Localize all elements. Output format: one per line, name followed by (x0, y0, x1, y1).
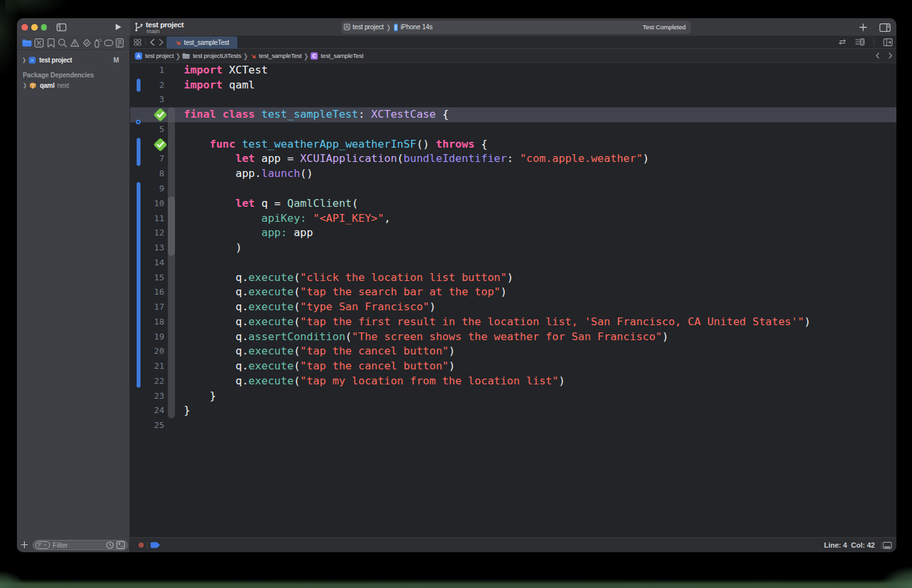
disclosure-chevron-icon[interactable]: ❯ (23, 82, 27, 88)
code-line-text: q.execute("tap my location from the loca… (184, 374, 565, 389)
jump-back-icon[interactable] (876, 53, 879, 59)
code-line-5[interactable]: 5 (130, 122, 896, 137)
line-number: 13 (130, 241, 165, 256)
breadcrumb-group[interactable]: test projectUITests (182, 52, 241, 59)
source-editor[interactable]: 1import XCTest2import qaml3final class t… (130, 63, 896, 537)
bookmarks-navigator-icon[interactable] (47, 38, 55, 47)
code-line-25[interactable]: 25 (130, 418, 896, 433)
disclosure-chevron-icon[interactable]: ❯ (22, 57, 26, 63)
close-button[interactable] (21, 24, 28, 31)
code-line-3[interactable]: 3 (130, 92, 896, 107)
go-forward-icon[interactable] (159, 38, 164, 46)
tab-bar: test_sampleTest (130, 36, 896, 49)
branch-icon (135, 21, 143, 33)
code-line-16[interactable]: 16 q.execute("tap the search bar at the … (130, 285, 896, 300)
project-navigator-icon[interactable] (22, 39, 32, 47)
code-line-20[interactable]: 20 q.execute("tap the cancel button") (130, 344, 896, 359)
add-editor-icon[interactable] (883, 38, 892, 46)
filter-input[interactable]: Filter (33, 540, 128, 550)
activity-view[interactable]: test project ❯ iPhone 14s Test Completed (342, 21, 691, 34)
code-line-24[interactable]: 24} (130, 403, 896, 418)
code-line-12[interactable]: 12 app: app (130, 226, 896, 241)
sidebar-item-project[interactable]: ❯ test project M (17, 55, 129, 66)
filter-menu-icon[interactable] (35, 541, 50, 549)
activity-status-text: Test Completed (643, 23, 691, 31)
toggle-sidebar-icon[interactable] (57, 23, 66, 31)
go-back-icon[interactable] (150, 38, 155, 46)
breadcrumb-file[interactable]: test_sampleTest (250, 52, 302, 59)
code-line-11[interactable]: 11 apiKey: "<API_KEY>", (130, 211, 896, 226)
breadcrumb-label: test_sampleTest (259, 52, 302, 59)
code-line-19[interactable]: 19 q.assertCondition("The screen shows t… (130, 330, 896, 345)
code-line-17[interactable]: 17 q.execute("type San Francisco") (130, 300, 896, 315)
code-line-21[interactable]: 21 q.execute("tap the cancel button") (130, 359, 896, 374)
line-number: 19 (130, 330, 165, 345)
code-line-text: import XCTest (184, 63, 268, 78)
code-line-1[interactable]: 1import XCTest (130, 63, 896, 78)
code-line-15[interactable]: 15 q.execute("click the location list bu… (130, 271, 896, 286)
code-line-23[interactable]: 23 } (130, 389, 896, 404)
source-change-bar[interactable] (137, 138, 141, 166)
code-line-13[interactable]: 13 ) (130, 241, 896, 256)
test-passed-badge[interactable] (154, 108, 167, 122)
code-line-4[interactable]: final class test_sampleTest: XCTestCase … (130, 107, 896, 122)
issues-navigator-icon[interactable] (70, 38, 79, 47)
recent-files-clock-icon[interactable] (106, 541, 114, 549)
chevron-right-icon: ❯ (176, 52, 180, 60)
debug-navigator-icon[interactable] (93, 38, 103, 47)
zoom-button[interactable] (41, 24, 47, 31)
code-line-2[interactable]: 2import qaml (130, 78, 896, 93)
app-project-icon (343, 23, 351, 31)
code-line-14[interactable]: 14 (130, 256, 896, 271)
source-change-bar[interactable] (137, 182, 141, 388)
run-button[interactable] (115, 23, 122, 31)
code-line-22[interactable]: 22 q.execute("tap my location from the l… (130, 374, 896, 389)
breakpoints-navigator-icon[interactable] (104, 40, 113, 46)
code-line-10[interactable]: 10 let q = QamlClient( (130, 196, 896, 211)
jump-forward-icon[interactable] (889, 53, 892, 59)
source-change-dot[interactable] (136, 120, 141, 124)
tab-test-sampletest[interactable]: test_sampleTest (167, 36, 237, 49)
tab-overview-icon[interactable] (134, 38, 141, 46)
minimap-toggle-icon[interactable] (883, 542, 892, 549)
iphone-icon (394, 23, 398, 32)
sidebar-filter-bar: Filter (17, 537, 129, 552)
statusbar-separator (881, 542, 881, 549)
test-passed-badge[interactable] (154, 138, 167, 152)
scm-status-badge: M (113, 56, 119, 64)
tests-navigator-icon[interactable] (82, 38, 92, 47)
breadcrumb-project[interactable]: test project (135, 52, 174, 60)
activity-destination-name: iPhone 14s (401, 23, 433, 31)
package-icon (29, 82, 36, 89)
editor-layout-icon[interactable] (879, 23, 891, 32)
source-change-bar[interactable] (137, 79, 141, 92)
add-item-icon[interactable] (21, 541, 28, 548)
breadcrumb-symbol[interactable]: C test_sampleTest (310, 52, 364, 60)
wallpaper-bottom-left (0, 570, 27, 588)
minimize-button[interactable] (31, 24, 38, 31)
breakpoint-toggle-dot[interactable] (139, 542, 144, 548)
code-line-8[interactable]: 8 app.launch() (130, 167, 896, 181)
swift-file-icon (250, 53, 256, 59)
related-items-icon[interactable] (838, 39, 846, 45)
code-line-9[interactable]: 9 (130, 181, 896, 196)
code-line-6[interactable]: func test_weatherApp_weatherInSF() throw… (130, 137, 896, 152)
package-version: next (57, 82, 69, 89)
code-line-text: q.assertCondition("The screen shows the … (184, 330, 669, 345)
scm-filter-icon[interactable] (116, 541, 125, 549)
code-line-7[interactable]: 7 let app = XCUIApplication(bundleIdenti… (130, 152, 896, 167)
code-line-18[interactable]: 18 q.execute("tap the first result in th… (130, 315, 896, 330)
folder-icon (182, 53, 190, 59)
source-control-navigator-icon[interactable] (34, 38, 44, 47)
breakpoint-icon[interactable] (150, 542, 161, 548)
editor-area: test_sampleTest (130, 36, 896, 552)
editor-options-icon[interactable] (855, 38, 865, 46)
find-navigator-icon[interactable] (58, 38, 67, 47)
reports-navigator-icon[interactable] (116, 38, 124, 47)
line-number: 21 (130, 359, 165, 374)
new-tab-icon[interactable] (859, 23, 867, 31)
code-line-text: } (184, 389, 217, 404)
tabbar-separator (874, 38, 874, 46)
sidebar-item-package[interactable]: ❯ qaml next (17, 80, 129, 91)
class-symbol-letter: C (312, 53, 316, 59)
